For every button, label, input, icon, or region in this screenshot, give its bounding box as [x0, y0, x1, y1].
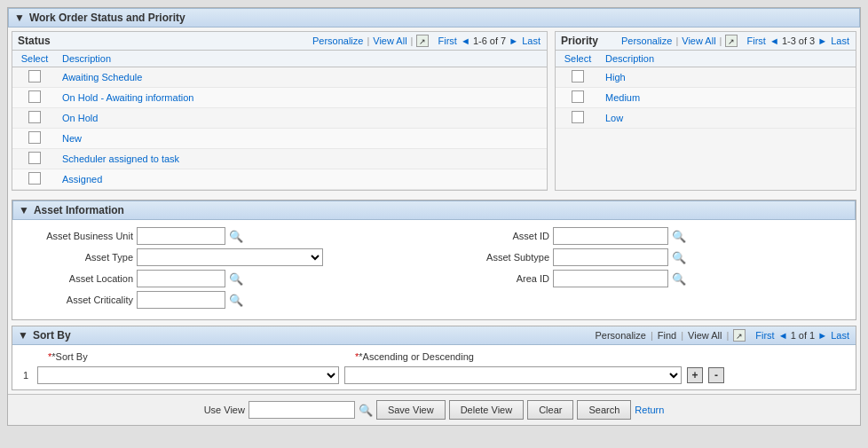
asset-business-unit-label: Asset Business Unit	[27, 231, 133, 241]
status-checkbox-0[interactable]	[28, 70, 41, 83]
asset-id-search-icon[interactable]: 🔍	[672, 230, 686, 243]
status-checkbox-1[interactable]	[28, 90, 41, 103]
clear-btn[interactable]: Clear	[527, 400, 573, 420]
priority-table-row: Low	[556, 108, 856, 129]
area-id-row: Area ID 🔍	[443, 270, 841, 287]
asset-subtype-input[interactable]	[553, 248, 668, 266]
sort-first-btn[interactable]: First	[754, 330, 775, 341]
status-nav-next-icon[interactable]: ►	[509, 35, 518, 46]
status-export-icon[interactable]: ↗	[416, 35, 429, 47]
status-table: Select Description Awaiting Schedule On …	[12, 51, 547, 190]
sort-find-link[interactable]: Find	[658, 330, 676, 341]
priority-personalize-link[interactable]: Personalize	[621, 35, 672, 46]
area-id-search-icon[interactable]: 🔍	[672, 272, 686, 286]
status-desc-link-5[interactable]: Assigned	[62, 174, 102, 185]
status-personalize-link[interactable]: Personalize	[312, 35, 363, 46]
status-panel: Status Personalize | View All | ↗ First …	[12, 31, 548, 191]
sort-collapse-icon[interactable]: ▼	[18, 329, 28, 342]
sort-last-btn[interactable]: Last	[830, 330, 850, 341]
asset-subtype-search-icon[interactable]: 🔍	[672, 251, 686, 264]
status-desc-link-2[interactable]: On Hold	[62, 113, 98, 123]
status-desc-link-3[interactable]: New	[62, 133, 82, 144]
asset-location-label: Asset Location	[27, 273, 133, 284]
priority-last-btn[interactable]: Last	[830, 35, 850, 46]
status-checkbox-3[interactable]	[28, 131, 41, 144]
status-checkbox-4[interactable]	[28, 152, 41, 164]
priority-desc-link-2[interactable]: Low	[605, 113, 623, 123]
priority-desc-link-1[interactable]: Medium	[605, 92, 640, 103]
priority-col-description: Description	[600, 51, 856, 67]
asset-business-unit-input[interactable]	[137, 227, 225, 245]
priority-panel-title: Priority	[561, 35, 598, 47]
status-nav-prev-icon[interactable]: ◄	[461, 35, 470, 46]
asset-type-select[interactable]	[137, 248, 323, 266]
priority-panel: Priority Personalize | View All | ↗ Firs…	[555, 31, 856, 191]
sort-export-icon[interactable]: ↗	[733, 329, 746, 342]
asset-type-row: Asset Type	[27, 248, 425, 266]
asset-id-input[interactable]	[553, 227, 668, 245]
status-desc-link-4[interactable]: Scheduler assigned to task	[62, 153, 179, 164]
asset-location-search-icon[interactable]: 🔍	[229, 272, 243, 286]
status-table-row: On Hold - Awaiting information	[12, 88, 547, 108]
status-checkbox-5[interactable]	[28, 172, 41, 185]
asset-business-unit-search-icon[interactable]: 🔍	[229, 230, 243, 243]
priority-panel-controls: Personalize | View All | ↗ First ◄ 1-3 o…	[621, 35, 850, 47]
add-sort-row-btn[interactable]: +	[687, 367, 703, 383]
priority-view-all-link[interactable]: View All	[682, 35, 715, 46]
status-table-row: On Hold	[12, 108, 547, 129]
asset-id-label: Asset ID	[443, 231, 549, 241]
use-view-search-icon[interactable]: 🔍	[359, 404, 373, 417]
status-checkbox-2[interactable]	[28, 111, 41, 123]
priority-checkbox-0[interactable]	[572, 70, 584, 83]
asset-section-header: ▼ Asset Information	[12, 200, 856, 220]
asset-collapse-icon[interactable]: ▼	[19, 204, 29, 216]
priority-first-btn[interactable]: First	[746, 35, 766, 46]
asset-location-input[interactable]	[137, 270, 225, 287]
status-desc-link-1[interactable]: On Hold - Awaiting information	[62, 92, 193, 103]
asset-location-row: Asset Location 🔍	[27, 270, 425, 287]
asset-criticality-input[interactable]	[137, 291, 225, 309]
asset-right-col: Asset ID 🔍 Asset Subtype 🔍 Area ID 🔍	[443, 227, 841, 312]
priority-nav-prev-icon[interactable]: ◄	[769, 35, 779, 46]
area-id-label: Area ID	[443, 273, 549, 284]
sort-body: **Sort By **Ascending or Descending 1	[12, 345, 856, 389]
sort-by-col-label: **Sort By	[48, 351, 88, 362]
use-view-input[interactable]	[249, 401, 355, 419]
asc-desc-col-label: **Ascending or Descending	[355, 351, 474, 362]
asc-desc-select[interactable]	[344, 366, 682, 384]
sort-personalize-link[interactable]: Personalize	[595, 330, 645, 341]
bottom-bar: Use View 🔍 Save View Delete View Clear S…	[8, 394, 860, 425]
status-desc-link-0[interactable]: Awaiting Schedule	[62, 72, 142, 83]
search-btn[interactable]: Search	[577, 400, 631, 420]
status-last-btn[interactable]: Last	[521, 35, 541, 46]
priority-export-icon[interactable]: ↗	[725, 35, 738, 47]
priority-nav-next-icon[interactable]: ►	[817, 35, 827, 46]
sort-view-all-link[interactable]: View All	[688, 330, 722, 341]
delete-view-btn[interactable]: Delete View	[449, 400, 525, 420]
status-view-all-link[interactable]: View All	[373, 35, 406, 46]
sort-section: ▼ Sort By Personalize | Find | View All …	[12, 326, 856, 390]
sort-nav-prev-icon[interactable]: ◄	[778, 330, 788, 341]
asset-form: Asset Business Unit 🔍 Asset Type Asset L…	[12, 220, 856, 319]
work-order-collapse-icon[interactable]: ▼	[14, 12, 25, 24]
save-view-btn[interactable]: Save View	[376, 400, 446, 420]
asset-criticality-search-icon[interactable]: 🔍	[229, 294, 243, 307]
status-first-btn[interactable]: First	[437, 35, 457, 46]
priority-checkbox-1[interactable]	[572, 90, 584, 103]
priority-table-row: Medium	[556, 88, 856, 108]
area-id-input[interactable]	[553, 270, 668, 287]
sort-row-1: 1 + -	[20, 365, 848, 386]
return-link[interactable]: Return	[635, 405, 664, 415]
priority-checkbox-2[interactable]	[572, 111, 584, 123]
sort-row-num: 1	[23, 370, 32, 381]
asset-id-row: Asset ID 🔍	[443, 227, 841, 245]
work-order-section-title: Work Order Status and Priority	[29, 12, 185, 24]
sort-nav-next-icon[interactable]: ►	[817, 330, 827, 341]
wo-tables-row: Status Personalize | View All | ↗ First …	[8, 28, 860, 194]
priority-col-select: Select	[556, 51, 600, 67]
priority-desc-link-0[interactable]: High	[605, 72, 626, 83]
remove-sort-row-btn[interactable]: -	[708, 367, 724, 383]
status-panel-header: Status Personalize | View All | ↗ First …	[12, 32, 547, 51]
sort-by-select[interactable]	[37, 366, 339, 384]
status-table-row: Awaiting Schedule	[12, 67, 547, 88]
